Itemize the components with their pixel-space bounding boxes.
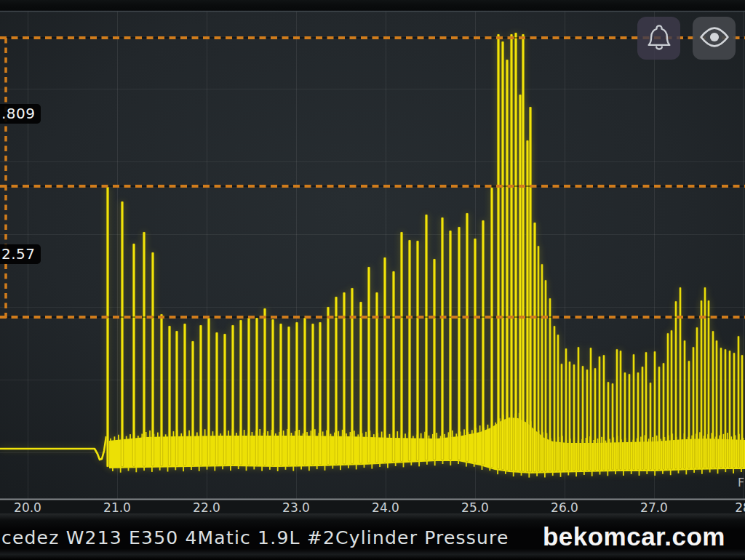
x-axis-label: 25.0: [461, 500, 489, 515]
cursor-delta-badge-upper[interactable]: .809: [0, 104, 41, 124]
pressure-waveform-chart[interactable]: [0, 0, 745, 513]
x-axis-label: 20.0: [14, 500, 41, 515]
x-axis-label: 26.0: [551, 500, 578, 515]
clipped-axis-text: F: [738, 476, 744, 489]
watermark-text: bekomcar.com: [543, 522, 725, 551]
x-axis-label: 27.0: [640, 500, 668, 515]
caption-bar: cedez W213 E350 4Matic 1.9L #2Cylinder P…: [0, 513, 745, 560]
notifications-button[interactable]: [637, 17, 680, 60]
oscilloscope-screen: .809 2.57 20.021.022.023.024.025.026.027…: [0, 0, 745, 560]
x-axis-label: 28: [735, 500, 745, 515]
x-axis-label: 23.0: [282, 500, 310, 515]
capture-title: cedez W213 E350 4Matic 1.9L #2Cylinder P…: [1, 527, 509, 548]
bell-icon: [642, 20, 676, 56]
x-axis-label: 22.0: [193, 500, 220, 515]
x-axis: 20.021.022.023.024.025.026.027.028: [0, 500, 745, 513]
eye-icon: [697, 20, 732, 57]
x-axis-label: 24.0: [372, 500, 399, 515]
cursor-delta-badge-lower[interactable]: 2.57: [0, 244, 41, 264]
visibility-button[interactable]: [693, 17, 736, 60]
x-axis-label: 21.0: [103, 500, 131, 515]
